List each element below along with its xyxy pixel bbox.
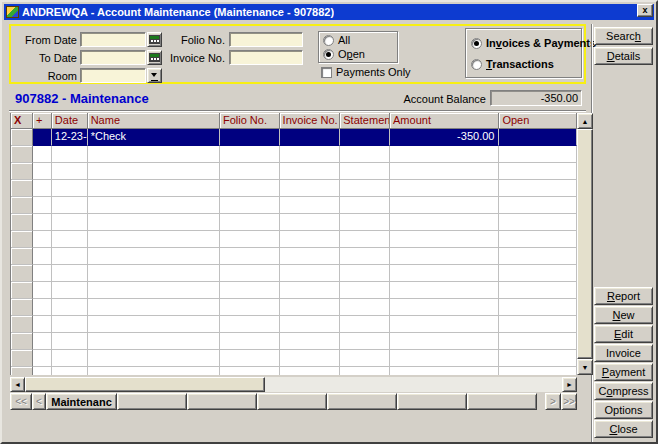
table-cell[interactable] <box>499 129 577 146</box>
table-cell[interactable] <box>499 146 577 163</box>
empty-tab[interactable] <box>467 393 537 410</box>
table-cell[interactable] <box>499 180 577 197</box>
table-cell[interactable] <box>52 367 88 375</box>
column-header[interactable]: Open <box>499 113 577 129</box>
table-row[interactable] <box>11 214 577 231</box>
row-selector-cell[interactable] <box>11 180 33 197</box>
table-cell[interactable] <box>33 214 52 231</box>
table-cell[interactable] <box>52 282 88 299</box>
table-cell[interactable] <box>280 333 341 350</box>
scroll-right-icon[interactable]: ► <box>562 377 577 392</box>
invoice-button[interactable]: Invoice <box>594 344 653 362</box>
vertical-scrollbar[interactable]: ▲ ▼ <box>577 113 593 375</box>
table-cell[interactable] <box>88 282 220 299</box>
table-cell[interactable] <box>88 265 220 282</box>
table-cell[interactable] <box>88 248 220 265</box>
table-row[interactable] <box>11 282 577 299</box>
table-cell[interactable] <box>499 231 577 248</box>
from-date-input[interactable] <box>80 32 146 47</box>
to-date-input[interactable] <box>80 50 146 65</box>
empty-tab[interactable] <box>117 393 187 410</box>
column-header[interactable]: Folio No. <box>220 113 280 129</box>
table-cell[interactable] <box>390 282 499 299</box>
table-cell[interactable] <box>88 350 220 367</box>
from-date-calendar-button[interactable] <box>147 32 162 47</box>
column-header[interactable]: Name <box>88 113 220 129</box>
table-cell[interactable] <box>220 129 280 146</box>
radio-transactions[interactable]: Transactions <box>471 58 554 70</box>
table-cell[interactable] <box>340 248 390 265</box>
table-cell[interactable]: 12-23-06 <box>52 129 88 146</box>
table-cell[interactable] <box>340 265 390 282</box>
row-selector-cell[interactable] <box>11 333 33 350</box>
table-cell[interactable] <box>340 180 390 197</box>
to-date-calendar-button[interactable] <box>147 50 162 65</box>
search-button[interactable]: Search <box>594 27 653 45</box>
scroll-down-icon[interactable]: ▼ <box>577 359 593 375</box>
table-cell[interactable] <box>499 350 577 367</box>
table-cell[interactable] <box>340 367 390 375</box>
table-row[interactable] <box>11 350 577 367</box>
table-cell[interactable] <box>499 299 577 316</box>
table-cell[interactable] <box>52 180 88 197</box>
table-cell[interactable] <box>499 333 577 350</box>
table-cell[interactable] <box>499 197 577 214</box>
row-selector-cell[interactable] <box>11 282 33 299</box>
table-cell[interactable] <box>340 146 390 163</box>
row-selector-cell[interactable] <box>11 265 33 282</box>
table-cell[interactable] <box>52 265 88 282</box>
column-header[interactable]: Invoice No. <box>280 113 341 129</box>
table-row[interactable] <box>11 265 577 282</box>
table-row[interactable] <box>11 333 577 350</box>
empty-tab[interactable] <box>327 393 397 410</box>
table-cell[interactable] <box>340 316 390 333</box>
options-button[interactable]: Options <box>594 401 653 419</box>
table-row[interactable] <box>11 248 577 265</box>
table-cell[interactable] <box>340 231 390 248</box>
empty-tab[interactable] <box>257 393 327 410</box>
table-cell[interactable] <box>390 333 499 350</box>
table-cell[interactable] <box>340 197 390 214</box>
row-selector-cell[interactable] <box>11 129 33 146</box>
table-cell[interactable] <box>340 282 390 299</box>
table-cell[interactable] <box>220 367 280 375</box>
horizontal-scrollbar-thumb[interactable] <box>25 377 265 392</box>
table-cell[interactable] <box>33 333 52 350</box>
title-bar[interactable]: ANDREWQA - Account Maintenance (Maintena… <box>4 4 654 20</box>
table-cell[interactable] <box>220 180 280 197</box>
table-cell[interactable] <box>390 231 499 248</box>
table-cell[interactable] <box>280 231 341 248</box>
table-cell[interactable]: -350.00 <box>390 129 499 146</box>
table-cell[interactable] <box>33 367 52 375</box>
table-row[interactable] <box>11 197 577 214</box>
table-cell[interactable] <box>220 350 280 367</box>
table-row[interactable] <box>11 146 577 163</box>
table-cell[interactable] <box>220 333 280 350</box>
table-row[interactable] <box>11 367 577 375</box>
table-cell[interactable] <box>499 248 577 265</box>
row-selector-cell[interactable] <box>11 197 33 214</box>
table-cell[interactable] <box>340 163 390 180</box>
last-account-button[interactable]: >> <box>561 393 577 410</box>
edit-button[interactable]: Edit <box>594 325 653 343</box>
table-cell[interactable] <box>499 367 577 375</box>
table-cell[interactable] <box>52 214 88 231</box>
table-cell[interactable] <box>88 163 220 180</box>
row-selector-cell[interactable] <box>11 231 33 248</box>
table-cell[interactable] <box>390 299 499 316</box>
report-button[interactable]: Report <box>594 287 653 305</box>
table-cell[interactable] <box>340 129 390 146</box>
table-cell[interactable] <box>499 163 577 180</box>
table-cell[interactable] <box>390 265 499 282</box>
column-header[interactable]: Date <box>52 113 88 129</box>
table-cell[interactable] <box>499 214 577 231</box>
table-cell[interactable] <box>220 146 280 163</box>
column-header[interactable]: Amount <box>390 113 499 129</box>
table-cell[interactable] <box>52 231 88 248</box>
table-cell[interactable] <box>220 163 280 180</box>
radio-open[interactable]: Open <box>323 48 365 60</box>
table-cell[interactable] <box>52 316 88 333</box>
table-cell[interactable] <box>88 231 220 248</box>
table-cell[interactable] <box>52 333 88 350</box>
column-header[interactable]: X <box>11 113 33 129</box>
